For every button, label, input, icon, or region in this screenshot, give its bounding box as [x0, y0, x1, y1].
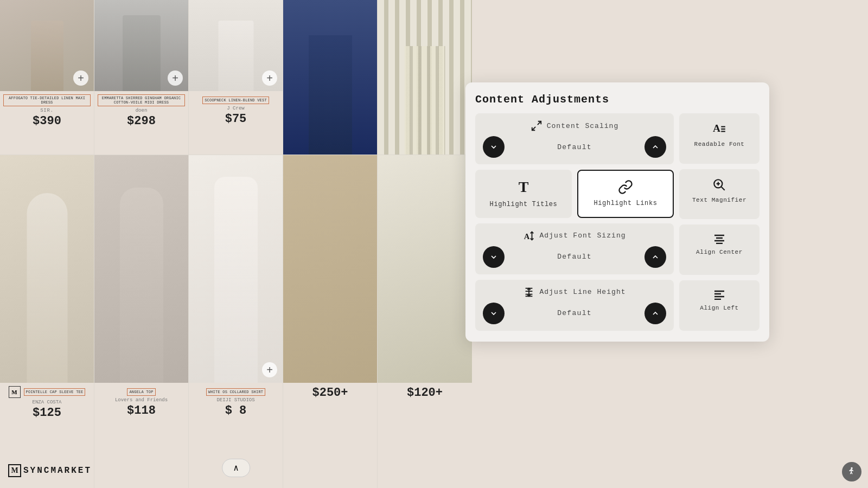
- product-title-badge-2: EMMARETTA SHIRRED GINGHAM ORGANIC COTTON…: [98, 94, 185, 106]
- readable-font-icon: A: [712, 122, 726, 136]
- content-scaling-section: Content Scaling Default: [475, 113, 674, 164]
- scaling-decrease-btn[interactable]: [483, 136, 505, 158]
- product-brand-7: Lovers and Friends: [98, 397, 185, 403]
- product-info-2: EMMARETTA SHIRRED GINGHAM ORGANIC COTTON…: [94, 91, 188, 131]
- brand-logo: M SYNCMARKET: [8, 464, 92, 477]
- product-price-3: $75: [192, 112, 279, 126]
- accessibility-button[interactable]: [842, 462, 861, 481]
- product-info-1: AFFOGATO TIE-DETAILED LINEN MAXI DRESS S…: [0, 91, 94, 131]
- brand-logo-icon: M: [9, 386, 21, 398]
- svg-text:A: A: [524, 232, 530, 240]
- product-title-badge-7: ANGELA TOP: [127, 388, 155, 396]
- align-left-card[interactable]: Align Left: [679, 280, 760, 331]
- line-height-stepper: Default: [483, 303, 666, 324]
- highlight-titles-label: Highlight Titles: [490, 200, 558, 209]
- product-info-10: $120+: [378, 383, 472, 403]
- font-sizing-value: Default: [505, 253, 644, 261]
- svg-line-0: [538, 121, 541, 125]
- product-price-8: $ 8: [192, 404, 279, 418]
- font-size-icon: A: [523, 230, 535, 242]
- readable-font-label: Readable Font: [694, 140, 745, 149]
- align-left-label: Align Left: [700, 304, 739, 312]
- product-brand-1: SIR.: [3, 108, 91, 113]
- font-increase-btn[interactable]: [644, 246, 666, 268]
- product-price-9: $250+: [286, 386, 374, 400]
- highlight-titles-icon: T: [519, 178, 529, 196]
- scaling-value: Default: [505, 143, 644, 151]
- product-info-9: $250+: [283, 383, 377, 403]
- align-left-icon: [712, 289, 726, 300]
- product-card-1: + AFFOGATO TIE-DETAILED LINEN MAXI DRESS…: [0, 0, 94, 155]
- highlight-links-label: Highlight Links: [593, 199, 657, 208]
- product-image-1: +: [0, 0, 94, 91]
- font-decrease-btn[interactable]: [483, 246, 505, 268]
- align-center-card[interactable]: Align Center: [679, 224, 760, 275]
- product-info-3: SCOOPNECK LINEN-BLEND VEST J Crew $75: [189, 91, 283, 129]
- product-title-badge-8: WHITE OS COLLARED SHIRT: [206, 388, 265, 396]
- product-card-10: $120+: [378, 155, 472, 488]
- product-price-2: $298: [98, 114, 185, 128]
- scroll-up-button[interactable]: ∧: [222, 459, 250, 477]
- product-title-badge-6: POINTELLE CAP SLEEVE TEE: [24, 388, 86, 396]
- font-sizing-section: A Adjust Font Sizing Default: [475, 223, 674, 274]
- brand-name: SYNCMARKET: [23, 466, 92, 476]
- content-scaling-label: Content Scaling: [547, 122, 619, 130]
- readable-font-card[interactable]: A Readable Font: [679, 113, 760, 164]
- align-center-label: Align Center: [696, 248, 743, 256]
- add-button-3[interactable]: +: [262, 70, 277, 86]
- line-height-section: Adjust Line Height Default: [475, 280, 674, 331]
- highlight-titles-card[interactable]: T Highlight Titles: [475, 170, 572, 218]
- add-button-2[interactable]: +: [168, 70, 183, 86]
- product-card-5: [378, 0, 472, 155]
- accessibility-icon: [846, 466, 857, 477]
- products-container: + AFFOGATO TIE-DETAILED LINEN MAXI DRESS…: [0, 0, 472, 488]
- product-card-9: $250+: [283, 155, 378, 488]
- product-title-badge-3: SCOOPNECK LINEN-BLEND VEST: [202, 97, 269, 104]
- line-height-decrease-btn[interactable]: [483, 303, 505, 324]
- product-image-8: +: [189, 155, 283, 383]
- product-image-2: +: [94, 0, 188, 91]
- logo-icon: M: [8, 464, 21, 477]
- line-height-label: Adjust Line Height: [539, 288, 626, 296]
- product-image-7: [94, 155, 188, 383]
- font-sizing-label: Adjust Font Sizing: [539, 232, 626, 240]
- text-magnifier-card[interactable]: Text Magnifier: [679, 169, 760, 220]
- font-sizing-stepper: Default: [483, 246, 666, 268]
- product-brand-6: ENZA COSTA: [3, 400, 91, 405]
- product-info-7: ANGELA TOP Lovers and Friends $118: [94, 383, 188, 421]
- content-adjustments-panel: Content Adjustments Content Scaling: [465, 82, 769, 342]
- product-price-6: $125: [3, 406, 91, 420]
- product-info-8: WHITE OS COLLARED SHIRT DEIJI STUDIOS $ …: [189, 383, 283, 421]
- product-price-1: $390: [3, 114, 91, 128]
- line-height-value: Default: [505, 309, 644, 317]
- product-price-7: $118: [98, 404, 185, 418]
- product-image-3: +: [189, 0, 283, 91]
- add-button-8[interactable]: +: [262, 362, 277, 377]
- product-card-4: [283, 0, 378, 155]
- line-height-increase-btn[interactable]: [644, 303, 666, 324]
- panel-title: Content Adjustments: [475, 93, 760, 106]
- product-brand-2: doen: [98, 108, 185, 113]
- expand-icon: [531, 120, 542, 132]
- product-card-6: M POINTELLE CAP SLEEVE TEE ENZA COSTA $1…: [0, 155, 94, 488]
- product-card-3: + SCOOPNECK LINEN-BLEND VEST J Crew $75: [189, 0, 283, 155]
- product-card-7: ANGELA TOP Lovers and Friends $118: [94, 155, 189, 488]
- product-image-6: [0, 155, 94, 383]
- text-magnifier-label: Text Magnifier: [692, 196, 746, 204]
- product-price-10: $120+: [381, 386, 469, 400]
- product-card-2: + EMMARETTA SHIRRED GINGHAM ORGANIC COTT…: [94, 0, 189, 155]
- highlight-links-icon: [618, 179, 633, 195]
- product-title-badge-1: AFFOGATO TIE-DETAILED LINEN MAXI DRESS: [3, 94, 91, 106]
- text-magnifier-icon: [712, 178, 726, 192]
- product-card-8: + WHITE OS COLLARED SHIRT DEIJI STUDIOS …: [189, 155, 283, 488]
- scaling-increase-btn[interactable]: [644, 136, 666, 158]
- highlight-links-card[interactable]: Highlight Links: [577, 170, 674, 218]
- product-image-10: [378, 155, 472, 383]
- product-info-6: M POINTELLE CAP SLEEVE TEE ENZA COSTA $1…: [0, 383, 94, 423]
- product-brand-8: DEIJI STUDIOS: [192, 397, 279, 403]
- product-image-9: [283, 155, 377, 383]
- line-height-icon: [523, 286, 535, 298]
- add-button-1[interactable]: +: [73, 70, 88, 86]
- svg-line-1: [532, 127, 535, 130]
- align-center-icon: [712, 233, 726, 244]
